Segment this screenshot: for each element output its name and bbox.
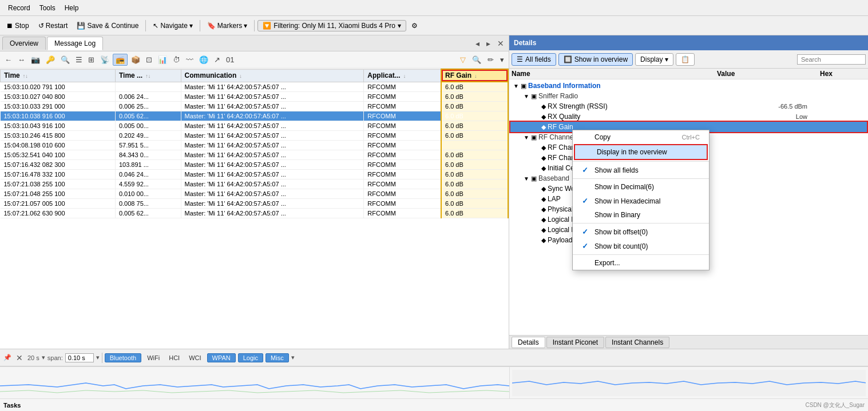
forward-button[interactable]: ↔ xyxy=(15,54,27,65)
menu-help[interactable]: Help xyxy=(60,3,84,13)
tab-instant-channels[interactable]: Instant Channels xyxy=(605,337,669,348)
share-icon[interactable]: ↗ xyxy=(212,54,223,65)
tab-prev-button[interactable]: ◂ xyxy=(473,38,482,49)
chevron-down-icon-2: ▾ xyxy=(244,22,247,30)
menu-tools[interactable]: Tools xyxy=(35,3,60,13)
table-row[interactable]: 15:07:21.062 630 900 0.005 62... Master:… xyxy=(1,209,509,218)
ctx-show-decimal[interactable]: Show in Decimal(6) xyxy=(573,180,709,194)
tree-toggle-baseband[interactable]: ▼ xyxy=(523,175,530,182)
tree-toggle-baseband_info[interactable]: ▼ xyxy=(513,83,520,89)
tree-item-sniffer_radio[interactable]: ▼ ▣ Sniffer Radio xyxy=(510,91,867,101)
key-icon[interactable]: 🔑 xyxy=(43,54,57,65)
active-icon[interactable]: 📻 xyxy=(113,54,128,66)
globe-icon[interactable]: 🌐 xyxy=(197,54,211,65)
tree-value-rx_strength: -66.5 dBm xyxy=(767,103,807,110)
markers-button[interactable]: 🔖 Markers ▾ xyxy=(203,20,251,31)
btn-bluetooth[interactable]: Bluetooth xyxy=(105,353,141,362)
ctx-show-hex[interactable]: ✓Show in Hexadecimal xyxy=(573,194,709,208)
table-row[interactable]: 15:07:21.057 005 100 0.008 75... Master:… xyxy=(1,199,509,209)
btn-wpan[interactable]: WPAN xyxy=(207,353,236,362)
tab-close-button[interactable]: ✕ xyxy=(495,38,506,49)
table-row[interactable]: 15:03:10.038 916 000 0.005 62... Master:… xyxy=(1,111,509,121)
ctx-show-binary[interactable]: Show in Binary xyxy=(573,208,709,222)
wave-icon[interactable]: 〰 xyxy=(184,54,196,65)
filter-button[interactable]: ▽ xyxy=(458,54,468,65)
tree-toggle-rf_channel[interactable]: ▼ xyxy=(523,134,530,141)
tree-icon-sniffer_radio: ▣ xyxy=(531,93,537,100)
cell-app: RFCOMM xyxy=(364,189,441,199)
back-button[interactable]: ← xyxy=(2,54,14,65)
ctx-show-bit-offset[interactable]: ✓Show bit offset(0) xyxy=(573,225,709,239)
col-application[interactable]: Applicat... ↓ xyxy=(364,69,441,82)
ctx-display-overview[interactable]: Display in the overview xyxy=(574,144,708,160)
tree-icon-sync_wor: ◆ xyxy=(541,185,546,193)
cell-comm: Master: 'Mi 11' 64:A2:00:57:A5:07 ... xyxy=(181,160,364,170)
ctx-show-all-fields[interactable]: ✓Show all fields xyxy=(573,163,709,177)
details-search[interactable] xyxy=(797,54,866,65)
restart-button[interactable]: ↺ Restart xyxy=(34,20,72,31)
table-row[interactable]: 15:03:10.246 415 800 0.202 49... Master:… xyxy=(1,131,509,141)
search-button[interactable]: 🔍 xyxy=(470,54,483,65)
tree-item-rx_quality[interactable]: ◆ RX Quality Low xyxy=(510,111,867,122)
table-row[interactable]: 15:05:32.541 040 100 84.343 0... Master:… xyxy=(1,150,509,160)
capture-icon[interactable]: 📷 xyxy=(29,54,42,65)
clock-icon[interactable]: ⏱ xyxy=(171,54,183,65)
btn-wci[interactable]: WCI xyxy=(185,354,204,362)
tree-column-header: Name Value Hex xyxy=(509,69,868,79)
navigate-button[interactable]: ↖ Navigate ▾ xyxy=(149,20,196,31)
all-fields-button[interactable]: ☰ All fields xyxy=(512,53,556,66)
table-row[interactable]: 15:03:10.043 916 100 0.005 00... Master:… xyxy=(1,121,509,131)
tree-icon-rf_chan2: ◆ xyxy=(541,154,546,162)
col-communication[interactable]: Communication ↓ xyxy=(181,69,364,82)
menu-record[interactable]: Record xyxy=(3,3,35,13)
display-button[interactable]: Display ▾ xyxy=(635,53,673,66)
search-icon[interactable]: 🔍 xyxy=(58,54,72,65)
cell-time: 15:07:21.057 005 100 xyxy=(1,199,116,209)
col-rfgain[interactable]: RF Gain ↓ xyxy=(441,69,508,82)
grid-icon[interactable]: ⊡ xyxy=(144,54,154,65)
chart-icon[interactable]: 📊 xyxy=(156,54,169,65)
tree-item-rx_strength[interactable]: ◆ RX Strength (RSSI) -66.5 dBm xyxy=(510,101,867,111)
ctx-show-bit-count[interactable]: ✓Show bit count(0) xyxy=(573,239,709,253)
btn-logic[interactable]: Logic xyxy=(238,353,263,362)
btn-wifi[interactable]: WiFi xyxy=(144,354,163,362)
list-icon[interactable]: ☰ xyxy=(73,54,85,65)
more-icon[interactable]: ▾ xyxy=(498,54,506,65)
table-row[interactable]: 15:03:10.027 040 800 0.006 24... Master:… xyxy=(1,92,509,102)
table-row[interactable]: 15:07:21.048 255 100 0.010 00... Master:… xyxy=(1,189,509,199)
cell-time: 15:03:10.246 415 800 xyxy=(1,131,116,141)
settings-button[interactable]: ⚙ xyxy=(407,20,422,31)
show-overview-button[interactable]: 🔲 Show in overview xyxy=(558,53,633,66)
tab-instant-piconet[interactable]: Instant Piconet xyxy=(546,337,604,348)
btn-misc[interactable]: Misc xyxy=(265,353,289,362)
tab-message-log[interactable]: Message Log xyxy=(47,37,103,50)
table-row[interactable]: 15:07:16.478 332 100 0.046 24... Master:… xyxy=(1,170,509,179)
ctx-export[interactable]: Export... xyxy=(573,256,709,270)
edit-icon[interactable]: ✏ xyxy=(485,54,496,65)
span-input[interactable] xyxy=(65,353,94,362)
copy-details-button[interactable]: 📋 xyxy=(676,53,695,66)
box-icon[interactable]: 📦 xyxy=(129,54,142,65)
table-row[interactable]: 15:03:10.033 291 000 0.006 25... Master:… xyxy=(1,102,509,111)
tab-next-button[interactable]: ▸ xyxy=(484,38,493,49)
menubar: Record Tools Help xyxy=(0,0,868,16)
col-time[interactable]: Time ↑↓ xyxy=(1,69,116,82)
btn-hci[interactable]: HCI xyxy=(165,354,183,362)
antenna-icon[interactable]: 📡 xyxy=(98,54,112,65)
stop-button[interactable]: ⏹ Stop xyxy=(2,20,33,31)
tab-overview[interactable]: Overview xyxy=(2,37,46,50)
table-row[interactable]: 15:07:21.038 255 100 4.559 92... Master:… xyxy=(1,179,509,189)
tab-details[interactable]: Details xyxy=(512,337,545,348)
table-row[interactable]: 15:07:16.432 082 300 103.891 ... Master:… xyxy=(1,160,509,170)
col-time2[interactable]: Time ... ↑↓ xyxy=(115,69,181,82)
table-row[interactable]: 15:03:10.020 791 100 Master: 'Mi 11' 64:… xyxy=(1,82,509,92)
tree-toggle-sniffer_radio[interactable]: ▼ xyxy=(523,93,530,99)
table-row[interactable]: 15:04:08.198 010 600 57.951 5... Master:… xyxy=(1,141,509,150)
tree-item-baseband_info[interactable]: ▼ ▣ Baseband Information xyxy=(510,81,867,91)
save-continue-button[interactable]: 💾 Save & Continue xyxy=(73,20,142,31)
binary-icon[interactable]: 01 xyxy=(224,54,236,65)
filter-selector[interactable]: 🔽 Filtering: Only Mi 11, Xiaomi Buds 4 P… xyxy=(257,20,406,31)
split-icon[interactable]: ⊞ xyxy=(86,54,97,65)
bottom-close-button[interactable]: ✕ xyxy=(14,352,25,364)
ctx-copy[interactable]: Copy Ctrl+C xyxy=(573,130,709,144)
